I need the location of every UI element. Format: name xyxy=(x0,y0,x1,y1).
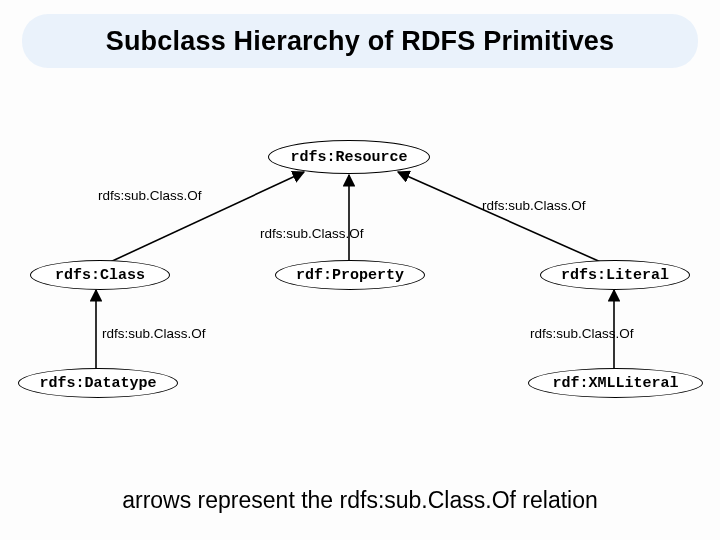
node-label: rdfs:Class xyxy=(55,267,145,284)
node-label: rdfs:Literal xyxy=(561,267,669,284)
edge-label-literal-resource: rdfs:sub.Class.Of xyxy=(482,198,586,213)
svg-line-0 xyxy=(108,172,304,263)
page-title: Subclass Hierarchy of RDFS Primitives xyxy=(106,26,615,57)
node-xmlliteral: rdf:XMLLiteral xyxy=(528,368,703,398)
node-label: rdfs:Datatype xyxy=(39,375,156,392)
node-class: rdfs:Class xyxy=(30,260,170,290)
node-resource: rdfs:Resource xyxy=(268,140,430,174)
edge-label-property-resource: rdfs:sub.Class.Of xyxy=(260,226,364,241)
node-label: rdf:Property xyxy=(296,267,404,284)
title-banner: Subclass Hierarchy of RDFS Primitives xyxy=(22,14,698,68)
edge-label-class-resource: rdfs:sub.Class.Of xyxy=(98,188,202,203)
node-datatype: rdfs:Datatype xyxy=(18,368,178,398)
node-label: rdf:XMLLiteral xyxy=(552,375,678,392)
node-literal: rdfs:Literal xyxy=(540,260,690,290)
edge-label-xmlliteral-literal: rdfs:sub.Class.Of xyxy=(530,326,634,341)
svg-line-2 xyxy=(398,172,603,263)
caption: arrows represent the rdfs:sub.Class.Of r… xyxy=(0,487,720,514)
edge-label-datatype-class: rdfs:sub.Class.Of xyxy=(102,326,206,341)
node-label: rdfs:Resource xyxy=(290,149,407,166)
node-property: rdf:Property xyxy=(275,260,425,290)
